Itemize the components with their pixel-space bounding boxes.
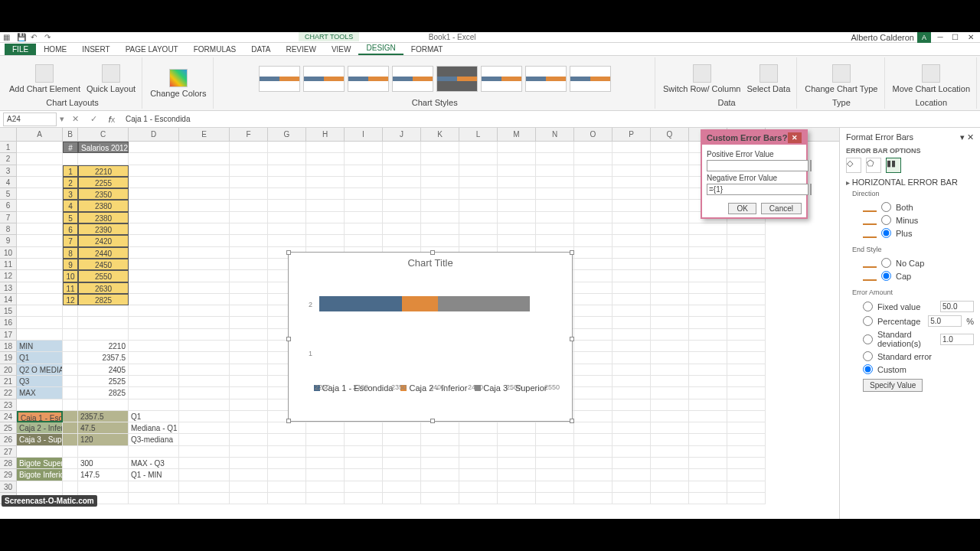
cell[interactable]: [129, 352, 179, 364]
cell[interactable]: [574, 153, 612, 165]
cell[interactable]: [179, 376, 230, 387]
cell[interactable]: [179, 188, 230, 200]
specify-value-button[interactable]: Specify Value: [863, 379, 923, 392]
quick-layout-button[interactable]: Quick Layout: [85, 63, 137, 95]
cell[interactable]: [230, 259, 268, 270]
cell[interactable]: [421, 165, 459, 177]
cell[interactable]: [129, 341, 179, 352]
cell[interactable]: [498, 153, 536, 165]
move-chart-button[interactable]: Move Chart Location: [891, 63, 972, 95]
cell[interactable]: [230, 481, 268, 493]
cell[interactable]: [63, 399, 78, 411]
row-header[interactable]: 2: [0, 153, 17, 165]
col-header[interactable]: I: [345, 128, 383, 141]
cell[interactable]: [651, 223, 689, 235]
cell[interactable]: 120: [78, 434, 129, 445]
cell[interactable]: [63, 422, 78, 434]
cell[interactable]: [129, 493, 179, 504]
cell[interactable]: [689, 223, 727, 235]
cell[interactable]: [230, 341, 268, 352]
cell[interactable]: [574, 247, 612, 259]
cell[interactable]: [268, 212, 306, 223]
cell[interactable]: [689, 341, 727, 352]
cell[interactable]: [129, 446, 179, 458]
cell[interactable]: 2450: [78, 259, 129, 270]
cell[interactable]: [651, 481, 689, 493]
cell[interactable]: [129, 399, 179, 411]
cell[interactable]: [651, 142, 689, 153]
cell[interactable]: [17, 247, 63, 259]
cell[interactable]: 1: [63, 165, 78, 177]
cell[interactable]: [230, 469, 268, 481]
cell[interactable]: [179, 434, 230, 445]
chart-segment[interactable]: [402, 296, 439, 311]
cell[interactable]: 2825: [78, 387, 129, 399]
cell[interactable]: [689, 422, 727, 434]
chart-object[interactable]: Chart Title 2122502300235024002450250025…: [288, 252, 573, 422]
cell[interactable]: 2390: [78, 223, 129, 235]
cell[interactable]: [536, 177, 574, 188]
row-header[interactable]: 20: [0, 364, 17, 376]
cell[interactable]: [498, 469, 536, 481]
effects-icon[interactable]: ⬠: [866, 158, 881, 173]
cell[interactable]: [179, 259, 230, 270]
user-avatar[interactable]: A: [917, 32, 931, 43]
cell[interactable]: [179, 247, 230, 259]
row-header[interactable]: 17: [0, 329, 17, 341]
cell[interactable]: [179, 493, 230, 504]
switch-row-col-button[interactable]: Switch Row/ Column: [662, 63, 742, 95]
cell[interactable]: [179, 317, 230, 328]
cell[interactable]: [179, 212, 230, 223]
tab-home[interactable]: HOME: [36, 44, 74, 55]
cell[interactable]: [383, 223, 421, 235]
cell[interactable]: [612, 259, 651, 270]
cell[interactable]: #: [63, 142, 78, 153]
cell[interactable]: [383, 188, 421, 200]
cell[interactable]: [17, 399, 63, 411]
cell[interactable]: [179, 364, 230, 376]
cell[interactable]: 2: [63, 177, 78, 188]
col-header[interactable]: L: [459, 128, 498, 141]
row-header[interactable]: 10: [0, 247, 17, 259]
chart-style-7[interactable]: [525, 66, 567, 92]
cell[interactable]: [230, 422, 268, 434]
cell[interactable]: [345, 177, 383, 188]
cell[interactable]: [574, 212, 612, 223]
cell[interactable]: [651, 341, 689, 352]
cell[interactable]: [574, 317, 612, 328]
row-header[interactable]: 7: [0, 212, 17, 223]
cell[interactable]: [179, 177, 230, 188]
cell[interactable]: [129, 223, 179, 235]
cell[interactable]: 2405: [78, 364, 129, 376]
cell[interactable]: [498, 212, 536, 223]
cell[interactable]: [345, 493, 383, 504]
cell[interactable]: [179, 142, 230, 153]
cell[interactable]: [78, 153, 129, 165]
row-header[interactable]: 30: [0, 481, 17, 493]
cell[interactable]: [498, 223, 536, 235]
cell[interactable]: [651, 446, 689, 458]
undo-icon[interactable]: ↶: [31, 33, 40, 42]
row-header[interactable]: 24: [0, 411, 17, 422]
cell[interactable]: [421, 177, 459, 188]
cell[interactable]: [536, 481, 574, 493]
cell[interactable]: [17, 294, 63, 305]
cell[interactable]: [574, 399, 612, 411]
pane-close-icon[interactable]: ▾ ✕: [960, 132, 974, 142]
tab-design[interactable]: DESIGN: [358, 42, 403, 55]
cell[interactable]: [689, 294, 727, 305]
cell[interactable]: [689, 399, 727, 411]
cell[interactable]: [612, 422, 651, 434]
cell[interactable]: [651, 270, 689, 282]
error-amount-value-input笑[interactable]: [940, 334, 974, 345]
cell[interactable]: [268, 223, 306, 235]
cell[interactable]: MIN: [17, 341, 63, 352]
cell[interactable]: [612, 212, 651, 223]
chart-style-5[interactable]: [436, 66, 478, 92]
cell[interactable]: 2525: [78, 376, 129, 387]
cell[interactable]: [129, 153, 179, 165]
cell[interactable]: [612, 458, 651, 469]
cell[interactable]: [459, 223, 498, 235]
cell[interactable]: [306, 469, 345, 481]
cell[interactable]: [498, 481, 536, 493]
